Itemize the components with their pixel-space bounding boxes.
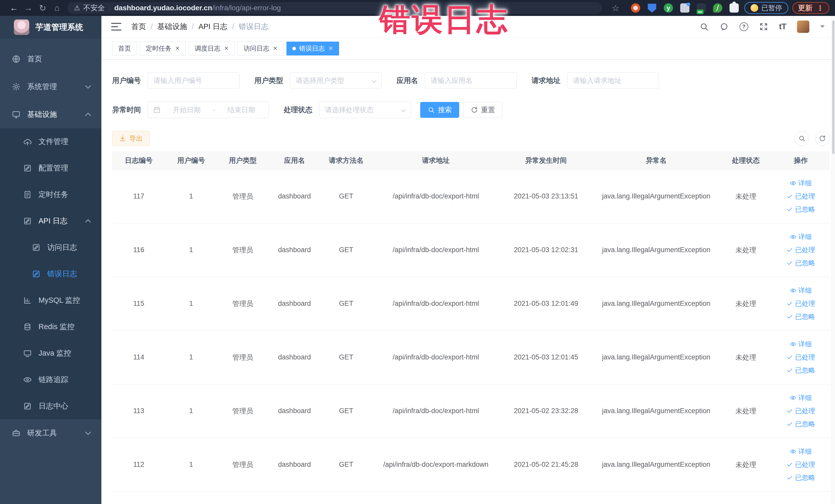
extension-grid-icon[interactable] (680, 3, 690, 13)
mark-ignored-link[interactable]: 已忽略 (787, 205, 815, 214)
browser-reload-icon[interactable]: ↻ (36, 3, 50, 13)
date-range-picker[interactable]: 开始日期 - 结束日期 (148, 102, 269, 118)
browser-back-icon[interactable]: ← (7, 3, 21, 13)
check-icon (787, 300, 793, 307)
sidebar-item-access-log[interactable]: 访问日志 (0, 234, 101, 261)
font-size-icon[interactable]: tT (779, 22, 786, 31)
browser-forward-icon[interactable]: → (21, 3, 36, 13)
mark-processed-link[interactable]: 已处理 (787, 406, 815, 416)
mark-processed-link[interactable]: 已处理 (787, 460, 815, 469)
mark-ignored-link[interactable]: 已忽略 (787, 312, 815, 321)
sidebar-item-mysql-monitor[interactable]: MySQL 监控 (0, 287, 101, 314)
breadcrumb-link[interactable]: 基础设施 (157, 22, 187, 32)
extension-green-icon[interactable] (664, 3, 673, 13)
security-label[interactable]: 不安全 (83, 3, 105, 13)
reset-button[interactable]: 重置 (463, 102, 502, 118)
detail-link[interactable]: 详细 (790, 447, 812, 456)
search-icon[interactable] (699, 22, 709, 31)
detail-link[interactable]: 详细 (790, 233, 812, 241)
sidebar-item-dev-tools[interactable]: 研发工具 (0, 419, 101, 447)
sidebar-item-log-center[interactable]: 日志中心 (0, 393, 101, 419)
tab-close-icon[interactable] (328, 45, 333, 52)
app-name-input[interactable] (425, 73, 517, 89)
github-icon[interactable] (719, 22, 729, 31)
mark-processed-link[interactable]: 已处理 (787, 353, 815, 362)
tab-access-log[interactable]: 访问日志 (238, 42, 283, 56)
bookmark-star-icon[interactable]: ☆ (608, 3, 623, 13)
check-icon (787, 354, 793, 361)
sidebar-item-config-management[interactable]: 配置管理 (0, 155, 101, 181)
fullscreen-icon[interactable] (759, 22, 768, 31)
page-scrollbar[interactable] (831, 16, 835, 504)
address-bar[interactable]: ⚠ 不安全 dashboard.yudao.iocoder.cn/infra/l… (67, 2, 602, 14)
tab-close-icon[interactable] (175, 45, 180, 52)
sidebar-item-home[interactable]: 首页 (0, 45, 101, 73)
extension-leaf-icon[interactable] (713, 3, 722, 13)
start-date-placeholder[interactable]: 开始日期 (165, 105, 209, 115)
sidebar-item-file-management[interactable]: 文件管理 (0, 128, 101, 155)
sidebar-item-scheduled-tasks[interactable]: 定时任务 (0, 181, 101, 208)
sidebar-item-system-management[interactable]: 系统管理 (0, 73, 101, 101)
scrollbar-thumb[interactable] (832, 21, 834, 154)
help-icon[interactable]: ? (739, 22, 748, 31)
extension-orange-icon[interactable] (631, 3, 640, 13)
check-icon (787, 421, 793, 427)
tab-home[interactable]: 首页 (112, 42, 137, 56)
user-id-input[interactable] (148, 73, 240, 89)
end-date-placeholder[interactable]: 结束日期 (220, 105, 264, 115)
mark-ignored-link[interactable]: 已忽略 (787, 473, 815, 482)
avatar-caret-icon[interactable] (820, 25, 825, 30)
check-icon (787, 193, 793, 200)
sidebar-item-trace[interactable]: 链路追踪 (0, 366, 101, 393)
mark-ignored-link[interactable]: 已忽略 (787, 259, 815, 267)
browser-home-icon[interactable]: ⌂ (50, 3, 64, 13)
toggle-search-button[interactable] (794, 131, 809, 146)
tab-scheduled-tasks[interactable]: 定时任务 (140, 42, 186, 56)
mark-ignored-link[interactable]: 已忽略 (787, 366, 815, 375)
tab-close-icon[interactable] (224, 45, 228, 52)
breadcrumb-link[interactable]: 错误日志 (239, 22, 268, 32)
user-type-select[interactable]: 请选择用户类型 (290, 73, 382, 89)
request-url-input[interactable] (567, 73, 659, 89)
mark-processed-link[interactable]: 已处理 (787, 192, 815, 201)
header-actions: ? tT (699, 21, 825, 33)
extensions-puzzle-icon[interactable] (730, 3, 739, 13)
hamburger-icon[interactable] (111, 23, 121, 31)
detail-link[interactable]: 详细 (790, 394, 812, 402)
column-header: 应用名 (268, 152, 320, 169)
sidebar-item-redis-monitor[interactable]: Redis 监控 (0, 314, 101, 340)
detail-link[interactable]: 详细 (790, 179, 812, 188)
search-button[interactable]: 搜索 (420, 102, 459, 118)
sidebar-item-api-log[interactable]: API 日志 (0, 208, 101, 234)
sidebar-item-error-log[interactable]: 错误日志 (0, 261, 101, 287)
extension-on-badge-icon[interactable] (697, 3, 706, 13)
extension-shield-icon[interactable] (647, 3, 657, 13)
sidebar-item-infrastructure[interactable]: 基础设施 (0, 101, 101, 128)
paused-status-button[interactable]: 已暂停 (745, 2, 788, 14)
tab-close-icon[interactable] (273, 45, 278, 52)
export-button[interactable]: 导出 (112, 131, 150, 146)
cell-exception-time: 2021-05-02 23:32:28 (500, 384, 592, 438)
breadcrumb-link[interactable]: API 日志 (199, 22, 227, 32)
eye-icon (790, 341, 796, 347)
app-logo[interactable]: 芋道管理系统 (0, 16, 101, 39)
breadcrumb: 首页 基础设施 API 日志 错误日志 (131, 22, 699, 32)
browser-menu-kebab-icon[interactable]: ⋮ (816, 4, 824, 12)
cell-exception-name: java.lang.IllegalArgumentException (592, 438, 720, 491)
tab-error-log[interactable]: 错误日志 (286, 42, 339, 56)
status-select[interactable]: 请选择处理状态 (319, 102, 411, 118)
mark-processed-link[interactable]: 已处理 (787, 299, 815, 308)
browser-update-button[interactable]: 更新 ⋮ (792, 2, 829, 14)
breadcrumb-link[interactable]: 首页 (131, 22, 146, 32)
paused-label: 已暂停 (761, 3, 782, 13)
refresh-table-button[interactable] (815, 131, 830, 146)
detail-link[interactable]: 详细 (790, 286, 812, 295)
tab-schedule-log[interactable]: 调度日志 (189, 42, 235, 56)
sidebar-item-java-monitor[interactable]: Java 监控 (0, 340, 101, 366)
mark-ignored-link[interactable]: 已忽略 (787, 420, 815, 428)
user-avatar[interactable] (797, 21, 809, 33)
filter-row-2: 异常时间 开始日期 - 结束日期 处理状态 请选择处理状态 搜索 重置 (112, 102, 830, 118)
mark-processed-link[interactable]: 已处理 (787, 245, 815, 255)
select-arrow-icon (372, 78, 376, 83)
detail-link[interactable]: 详细 (790, 340, 812, 349)
